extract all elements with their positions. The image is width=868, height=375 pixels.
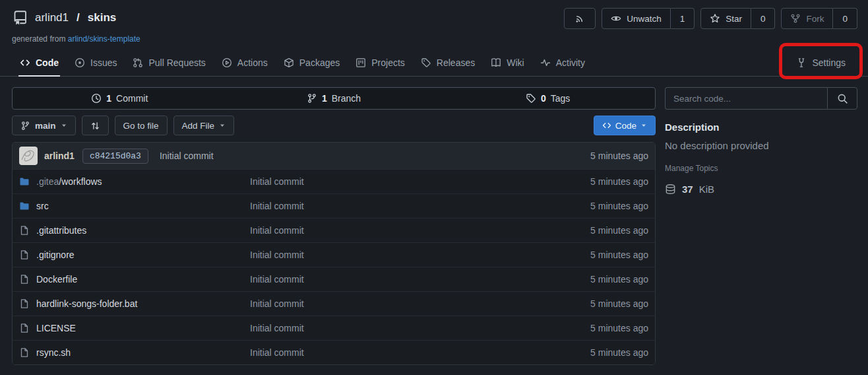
main-column: 1 Commit 1 Branch <box>12 87 656 365</box>
file-link[interactable]: rsync.sh <box>36 347 71 358</box>
tab-pull-requests[interactable]: Pull Requests <box>125 50 213 76</box>
branch-icon <box>307 93 317 104</box>
tab-projects[interactable]: Projects <box>348 50 413 76</box>
file-commit-message[interactable]: Initial commit <box>250 225 590 236</box>
file-commit-time: 5 minutes ago <box>590 323 648 333</box>
file-commit-time: 5 minutes ago <box>590 225 648 236</box>
content: 1 Commit 1 Branch <box>0 77 868 365</box>
tab-activity[interactable]: Activity <box>532 50 593 76</box>
branch-controls: main Go to file Add File <box>12 116 656 135</box>
rss-button[interactable] <box>564 8 596 29</box>
code-icon <box>602 121 611 130</box>
tab-actions[interactable]: Actions <box>214 50 276 76</box>
pulse-icon <box>540 57 551 68</box>
file-commit-message[interactable]: Initial commit <box>250 298 590 309</box>
branch-selector[interactable]: main <box>12 116 76 135</box>
tab-issues[interactable]: Issues <box>67 50 125 76</box>
template-repo-link[interactable]: arlind/skins-template <box>68 34 140 44</box>
repo-name-link[interactable]: skins <box>88 11 116 24</box>
file-link[interactable]: Dockerfile <box>36 274 77 285</box>
compare-button[interactable] <box>82 116 109 135</box>
database-icon <box>665 184 676 195</box>
file-commit-message[interactable]: Initial commit <box>250 176 590 187</box>
file-link[interactable]: hardlink-songs-folder.bat <box>36 298 137 309</box>
tab-settings[interactable]: Settings <box>788 57 853 68</box>
watch-count-button[interactable]: 1 <box>671 8 695 29</box>
file-link[interactable]: .gitea/workflows <box>36 176 102 187</box>
file-link[interactable]: LICENSE <box>36 323 76 333</box>
file-commit-time: 5 minutes ago <box>590 201 648 211</box>
unwatch-button[interactable]: Unwatch <box>602 8 671 29</box>
commit-hash-chip[interactable]: c84215d0a3 <box>82 149 148 164</box>
rss-icon <box>574 13 585 24</box>
manage-topics-link[interactable]: Manage Topics <box>665 164 718 173</box>
file-commit-message[interactable]: Initial commit <box>250 274 590 285</box>
tab-releases[interactable]: Releases <box>413 50 483 76</box>
file-commit-message[interactable]: Initial commit <box>250 323 590 333</box>
star-count-button[interactable]: 0 <box>751 8 776 29</box>
file-commit-message[interactable]: Initial commit <box>250 201 590 211</box>
file-icon <box>19 347 30 358</box>
star-button[interactable]: Star <box>700 8 751 29</box>
file-commit-message[interactable]: Initial commit <box>250 347 590 358</box>
commit-message-link[interactable]: Initial commit <box>160 151 214 161</box>
file-table: arlind1 c84215d0a3 Initial commit 5 minu… <box>12 142 656 365</box>
commit-time: 5 minutes ago <box>590 151 648 161</box>
tab-wiki[interactable]: Wiki <box>483 50 532 76</box>
compare-icon <box>90 121 100 131</box>
search-button[interactable] <box>827 87 857 110</box>
fork-count-button[interactable]: 0 <box>833 8 857 29</box>
chevron-down-icon <box>61 122 67 129</box>
repo-title: arlind1 / skins <box>12 8 116 26</box>
tab-code[interactable]: Code <box>12 50 67 76</box>
code-icon <box>20 57 30 68</box>
generated-from: generated from arlind/skins-template <box>12 34 857 44</box>
tag-icon <box>526 93 536 104</box>
tags-stat[interactable]: 0 Tags <box>441 93 655 104</box>
avatar[interactable] <box>19 147 38 165</box>
file-row: rsync.sh Initial commit 5 minutes ago <box>13 340 655 364</box>
chevron-down-icon <box>640 122 647 129</box>
file-row: LICENSE Initial commit 5 minutes ago <box>13 316 655 340</box>
commits-stat[interactable]: 1 Commit <box>13 93 227 104</box>
tab-bar-spacer <box>593 50 788 76</box>
go-to-file-button[interactable]: Go to file <box>115 116 168 135</box>
branches-stat[interactable]: 1 Branch <box>227 93 441 104</box>
settings-tab-wrap: Settings <box>788 50 853 76</box>
file-row: .gitea/workflows Initial commit 5 minute… <box>13 169 655 193</box>
search-icon <box>837 93 848 104</box>
repo-size: 37 KiB <box>665 184 857 195</box>
code-download-button[interactable]: Code <box>594 116 656 135</box>
repo-sidebar: Description No description provided Mana… <box>665 87 857 195</box>
tab-packages[interactable]: Packages <box>276 50 348 76</box>
search-input[interactable] <box>665 87 827 110</box>
chevron-down-icon <box>219 122 226 129</box>
commit-author-link[interactable]: arlind1 <box>44 151 75 161</box>
eye-icon <box>611 13 621 24</box>
file-icon <box>19 225 30 236</box>
package-icon <box>284 57 294 68</box>
file-link[interactable]: .gitattributes <box>36 225 86 236</box>
latest-commit-row: arlind1 c84215d0a3 Initial commit 5 minu… <box>13 143 655 169</box>
file-row: .gitignore Initial commit 5 minutes ago <box>13 242 655 267</box>
file-commit-time: 5 minutes ago <box>590 250 648 260</box>
star-group: Star 0 <box>700 8 775 29</box>
star-icon <box>710 13 720 24</box>
file-link[interactable]: src <box>36 201 49 211</box>
file-icon <box>19 274 30 285</box>
fork-button[interactable]: Fork <box>781 8 833 29</box>
folder-icon <box>19 201 30 211</box>
code-search <box>665 87 857 110</box>
branch-icon <box>20 121 30 131</box>
add-file-button[interactable]: Add File <box>173 116 235 135</box>
file-commit-time: 5 minutes ago <box>590 176 648 187</box>
repo-owner-link[interactable]: arlind1 <box>35 11 69 24</box>
file-row: .gitattributes Initial commit 5 minutes … <box>13 218 655 242</box>
file-link[interactable]: .gitignore <box>36 250 75 260</box>
file-row: Dockerfile Initial commit 5 minutes ago <box>13 267 655 291</box>
file-row: hardlink-songs-folder.bat Initial commit… <box>13 291 655 316</box>
repo-header: arlind1 / skins <box>0 0 868 44</box>
file-commit-message[interactable]: Initial commit <box>250 250 590 260</box>
fork-group: Fork 0 <box>781 8 857 29</box>
issue-icon <box>75 57 85 68</box>
